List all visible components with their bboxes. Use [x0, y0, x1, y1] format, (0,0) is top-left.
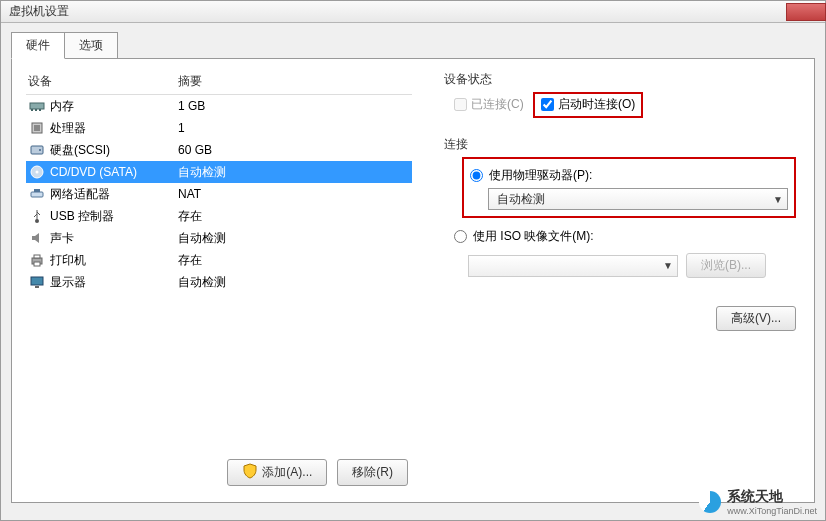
window-title: 虚拟机设置 [1, 3, 69, 20]
device-name: CD/DVD (SATA) [50, 165, 178, 179]
device-summary: 60 GB [178, 143, 412, 157]
printer-icon [28, 251, 46, 269]
use-iso-label: 使用 ISO 映像文件(M): [473, 228, 594, 245]
add-label: 添加(A)... [262, 464, 312, 481]
device-summary: 1 [178, 121, 412, 135]
svg-rect-1 [31, 109, 33, 111]
device-summary: 自动检测 [178, 274, 412, 291]
svg-rect-11 [34, 189, 40, 192]
svg-rect-6 [31, 146, 43, 154]
status-group: 设备状态 已连接(C) 启动时连接(O) [444, 71, 796, 118]
shield-icon [242, 463, 258, 482]
use-iso-radio[interactable] [454, 230, 467, 243]
watermark: 系统天地 www.XiTongTianDi.net [699, 488, 817, 516]
status-group-label: 设备状态 [444, 71, 796, 88]
device-summary: 1 GB [178, 99, 412, 113]
col-device: 设备 [28, 73, 178, 90]
svg-rect-3 [39, 109, 41, 111]
use-physical-radio[interactable] [470, 169, 483, 182]
svg-rect-2 [35, 109, 37, 111]
svg-rect-14 [34, 255, 40, 258]
memory-icon [28, 97, 46, 115]
use-iso-row[interactable]: 使用 ISO 映像文件(M): [454, 228, 796, 245]
device-summary: 存在 [178, 208, 412, 225]
tab-options[interactable]: 选项 [64, 32, 118, 59]
remove-button[interactable]: 移除(R) [337, 459, 408, 486]
chevron-down-icon: ▼ [663, 260, 673, 271]
watermark-icon [699, 491, 721, 513]
titlebar: 虚拟机设置 [1, 1, 825, 23]
device-name: 硬盘(SCSI) [50, 142, 178, 159]
add-button[interactable]: 添加(A)... [227, 459, 327, 486]
connect-poweron-label: 启动时连接(O) [558, 96, 635, 113]
device-summary: 存在 [178, 252, 412, 269]
device-name: 打印机 [50, 252, 178, 269]
connected-checkbox-row: 已连接(C) [454, 96, 524, 113]
watermark-small: www.XiTongTianDi.net [727, 506, 817, 516]
device-row-display[interactable]: 显示器 自动检测 [26, 271, 412, 293]
svg-rect-10 [31, 192, 43, 197]
device-summary: 自动检测 [178, 164, 412, 181]
svg-rect-15 [34, 262, 40, 266]
device-row-usb[interactable]: USB 控制器 存在 [26, 205, 412, 227]
device-name: USB 控制器 [50, 208, 178, 225]
device-name: 处理器 [50, 120, 178, 137]
chevron-down-icon: ▼ [773, 194, 783, 205]
device-row-memory[interactable]: 内存 1 GB [26, 95, 412, 117]
svg-point-9 [36, 171, 39, 174]
device-row-cddvd[interactable]: CD/DVD (SATA) 自动检测 [26, 161, 412, 183]
device-row-cpu[interactable]: 处理器 1 [26, 117, 412, 139]
svg-rect-0 [30, 103, 44, 109]
hdd-icon [28, 141, 46, 159]
device-header: 设备 摘要 [26, 71, 412, 95]
device-row-network[interactable]: 网络适配器 NAT [26, 183, 412, 205]
browse-button: 浏览(B)... [686, 253, 766, 278]
hardware-pane: 设备 摘要 内存 1 GB 处理器 1 硬盘(SCSI) 60 GB [11, 58, 815, 503]
connected-label: 已连接(C) [471, 96, 524, 113]
physical-drive-value: 自动检测 [497, 191, 545, 208]
device-row-hdd[interactable]: 硬盘(SCSI) 60 GB [26, 139, 412, 161]
settings-panel: 设备状态 已连接(C) 启动时连接(O) 连接 使用物 [426, 59, 814, 502]
device-list: 内存 1 GB 处理器 1 硬盘(SCSI) 60 GB CD/DVD (SAT… [26, 95, 412, 451]
close-button[interactable] [786, 3, 826, 21]
device-name: 内存 [50, 98, 178, 115]
use-physical-label: 使用物理驱动器(P): [489, 167, 592, 184]
device-name: 声卡 [50, 230, 178, 247]
device-summary: 自动检测 [178, 230, 412, 247]
device-row-sound[interactable]: 声卡 自动检测 [26, 227, 412, 249]
sound-icon [28, 229, 46, 247]
svg-point-7 [39, 149, 41, 151]
connect-poweron-row[interactable]: 启动时连接(O) [541, 96, 635, 113]
connected-checkbox [454, 98, 467, 111]
device-panel: 设备 摘要 内存 1 GB 处理器 1 硬盘(SCSI) 60 GB [12, 59, 426, 502]
vm-settings-window: 虚拟机设置 硬件 选项 设备 摘要 内存 1 GB 处理器 1 [0, 0, 826, 521]
watermark-text: 系统天地 www.XiTongTianDi.net [727, 488, 817, 516]
device-buttons: 添加(A)... 移除(R) [26, 451, 412, 490]
cd-icon [28, 163, 46, 181]
connection-group-label: 连接 [444, 136, 796, 153]
advanced-button[interactable]: 高级(V)... [716, 306, 796, 331]
svg-rect-17 [35, 286, 39, 288]
usb-icon [28, 207, 46, 225]
iso-path-combo: ▼ [468, 255, 678, 277]
connection-group: 连接 使用物理驱动器(P): 自动检测 ▼ 使用 ISO 映像文件(M): [444, 136, 796, 278]
cpu-icon [28, 119, 46, 137]
connect-poweron-highlight: 启动时连接(O) [533, 92, 643, 118]
device-name: 显示器 [50, 274, 178, 291]
device-summary: NAT [178, 187, 412, 201]
physical-drive-combo[interactable]: 自动检测 ▼ [488, 188, 788, 210]
device-name: 网络适配器 [50, 186, 178, 203]
physical-highlight: 使用物理驱动器(P): 自动检测 ▼ [462, 157, 796, 218]
watermark-big: 系统天地 [727, 488, 817, 506]
tab-hardware[interactable]: 硬件 [11, 32, 65, 59]
tab-strip: 硬件 选项 [11, 31, 825, 58]
connect-poweron-checkbox[interactable] [541, 98, 554, 111]
col-summary: 摘要 [178, 73, 412, 90]
network-icon [28, 185, 46, 203]
display-icon [28, 273, 46, 291]
device-row-printer[interactable]: 打印机 存在 [26, 249, 412, 271]
svg-rect-16 [31, 277, 43, 285]
use-physical-row[interactable]: 使用物理驱动器(P): [470, 167, 788, 184]
svg-point-12 [35, 219, 39, 223]
svg-rect-5 [34, 125, 40, 131]
